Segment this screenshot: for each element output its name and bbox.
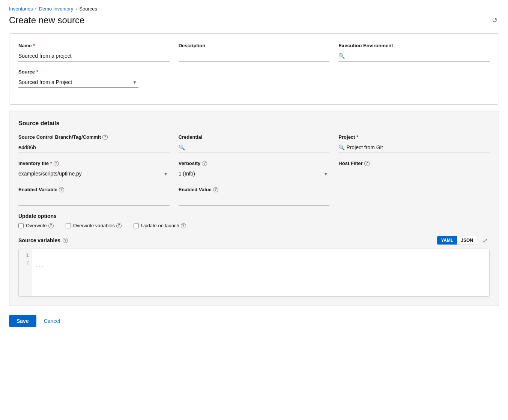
source-variables-editor[interactable]: 1 2 --- [18,249,490,297]
enabled-variable-label: Enabled Variable ? [18,187,170,192]
update-options-section: Update options Overwrite ? Overwrite var… [18,213,490,228]
enabled-value-group: Enabled Value ? [179,187,330,206]
description-group: Description [179,43,330,62]
history-icon: ↺ [492,16,497,24]
enabled-value-input[interactable] [179,195,330,206]
update-on-launch-group: Update on launch ? [134,223,186,228]
history-button[interactable]: ↺ [490,15,499,26]
description-input[interactable] [179,51,330,62]
breadcrumb-sep-1: › [35,6,37,12]
description-label: Description [179,43,330,48]
verbosity-select[interactable]: 0 (Warning)1 (Info)2 (Debug)3 (Debug+)4 … [179,168,330,179]
breadcrumb-inventories[interactable]: Inventories [9,6,33,12]
yaml-toggle-button[interactable]: YAML [437,236,457,244]
inventory-file-select[interactable]: examples/scripts/uptime.py [18,168,170,179]
source-placeholder-3 [323,69,490,88]
project-required: * [356,135,358,140]
source-placeholder-2 [147,69,314,88]
name-input[interactable] [18,51,170,62]
source-details-section: Source details Source Control Branch/Tag… [9,111,499,306]
source-vars-right: YAML JSON ⤢ [437,236,490,245]
cancel-button[interactable]: Cancel [42,315,62,327]
project-search-wrapper: 🔍 [338,142,490,153]
update-on-launch-checkbox[interactable] [134,223,139,228]
inventory-file-label: Inventory file * ? [18,160,170,166]
source-select-wrapper: Sourced from a ProjectAmazon EC2Google C… [18,77,138,88]
source-select[interactable]: Sourced from a ProjectAmazon EC2Google C… [18,77,138,88]
update-on-launch-label: Update on launch ? [141,223,186,228]
branch-label: Source Control Branch/Tag/Commit ? [18,134,170,140]
breadcrumb: Inventories › Demo Inventory › Sources [9,6,499,12]
credential-group: Credential 🔍 [179,134,330,153]
source-details-title: Source details [18,120,490,127]
host-filter-group: Host Filter ? [338,160,490,179]
credential-search-button[interactable]: 🔍 [179,142,186,153]
form-actions: Save Cancel [9,315,499,327]
line-numbers: 1 2 [19,249,32,296]
inventory-file-required: * [50,161,52,166]
credential-input[interactable] [186,142,330,153]
overwrite-checkbox[interactable] [18,223,24,228]
enabled-variable-help-icon[interactable]: ? [59,187,64,192]
overwrite-group: Overwrite ? [18,223,54,228]
source-vars-help-icon[interactable]: ? [63,238,68,243]
project-label: Project * [338,134,490,140]
branch-input[interactable] [18,142,170,153]
overwrite-variables-help-icon[interactable]: ? [116,223,122,228]
enabled-variable-group: Enabled Variable ? [18,187,170,206]
inventory-file-group: Inventory file * ? examples/scripts/upti… [18,160,170,179]
details-row-2: Inventory file * ? examples/scripts/upti… [18,160,490,179]
project-input[interactable] [346,142,490,153]
execution-env-group: Execution Environment 🔍 [338,43,490,62]
host-filter-help-icon[interactable]: ? [364,161,370,166]
enabled-value-help-icon[interactable]: ? [213,187,218,192]
name-group: Name * [18,43,170,62]
name-label: Name * [18,43,170,48]
overwrite-variables-group: Overwrite variables ? [66,223,122,228]
overwrite-help-icon[interactable]: ? [48,223,54,228]
page-header: Create new source ↺ [9,15,499,26]
page-title: Create new source [9,15,84,26]
update-on-launch-help-icon[interactable]: ? [181,223,186,228]
execution-env-search-wrapper: 🔍 [338,51,490,62]
execution-env-search-button[interactable]: 🔍 [338,51,346,61]
branch-group: Source Control Branch/Tag/Commit ? [18,134,170,153]
overwrite-variables-label: Overwrite variables ? [73,223,122,228]
verbosity-group: Verbosity ? 0 (Warning)1 (Info)2 (Debug)… [179,160,330,179]
inventory-file-help-icon[interactable]: ? [54,161,59,166]
top-row-1: Name * Description Execution Environment… [18,43,490,62]
verbosity-select-wrapper: 0 (Warning)1 (Info)2 (Debug)3 (Debug+)4 … [179,168,330,179]
breadcrumb-demo-inventory[interactable]: Demo Inventory [39,6,74,12]
branch-help-icon[interactable]: ? [102,135,108,140]
enabled-variable-input[interactable] [18,195,170,206]
top-row-2: Source * Sourced from a ProjectAmazon EC… [18,69,490,88]
source-required: * [36,69,38,75]
code-content[interactable]: --- [32,249,489,296]
enabled-placeholder [338,187,490,206]
execution-env-label: Execution Environment [338,43,490,48]
host-filter-input[interactable] [338,168,490,179]
verbosity-help-icon[interactable]: ? [202,161,207,166]
update-options-title: Update options [18,213,490,219]
breadcrumb-sep-2: › [75,6,77,12]
source-label: Source * [18,69,138,75]
json-toggle-button[interactable]: JSON [457,236,477,244]
project-search-button[interactable]: 🔍 [338,142,346,153]
overwrite-label: Overwrite ? [26,223,54,228]
overwrite-variables-checkbox[interactable] [66,223,71,228]
source-vars-header: Source variables ? YAML JSON ⤢ [18,236,490,245]
inventory-file-select-wrapper: examples/scripts/uptime.py ▼ [18,168,170,179]
name-required: * [33,43,35,48]
verbosity-label: Verbosity ? [179,160,330,166]
source-variables-section: Source variables ? YAML JSON ⤢ 1 2 - [18,236,490,297]
execution-env-input[interactable] [346,51,490,61]
credential-label: Credential [179,134,330,140]
source-group: Source * Sourced from a ProjectAmazon EC… [18,69,138,88]
save-button[interactable]: Save [9,315,36,327]
host-filter-label: Host Filter ? [338,160,490,166]
yaml-json-toggle: YAML JSON [437,236,477,245]
breadcrumb-sources: Sources [79,6,97,12]
expand-editor-button[interactable]: ⤢ [480,236,490,245]
details-row-1: Source Control Branch/Tag/Commit ? Crede… [18,134,490,153]
details-row-3: Enabled Variable ? Enabled Value ? [18,187,490,206]
